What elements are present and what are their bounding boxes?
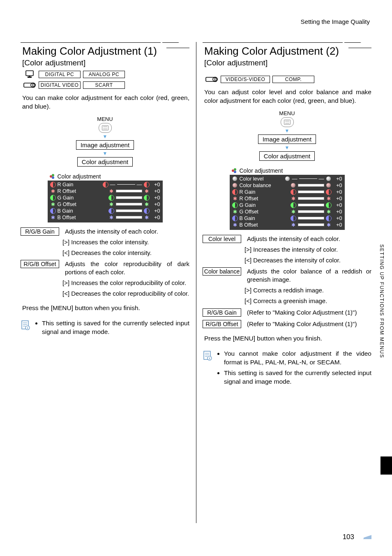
description-text: (Refer to "Making Color Adjustment (1)") — [247, 320, 371, 328]
note-icon: i — [203, 350, 213, 363]
note-item: This setting is saved for the currently … — [224, 369, 371, 386]
svg-point-16 — [232, 169, 234, 172]
description-sub: [<] Decreases the color reproducibility … — [62, 290, 189, 298]
osd-row: G Gain+0 — [50, 195, 160, 201]
osd-row: R Gain+0 — [232, 189, 342, 195]
description-text: Adjusts the color reproducibility of dar… — [65, 260, 189, 276]
osd-row: ✱R Offset✱✱+0 — [50, 188, 160, 195]
osd-screenshot-left: Color adjustment R Gain——+0✱R Offset✱✱+0… — [48, 173, 163, 222]
input-source-tags: DIGITAL PC ANALOG PC DIGITAL VIDEO SCART — [21, 70, 189, 90]
description-label: R/G/B Offset — [21, 260, 59, 268]
svg-point-17 — [234, 168, 236, 171]
description-row: R/G/B GainAdjusts the intensity of each … — [21, 227, 189, 236]
description-sub: [>] Corrects a reddish image. — [244, 286, 371, 294]
menu-label: MENU — [97, 116, 113, 122]
menu-label: MENU — [279, 110, 295, 116]
description-text: Adjusts the intensity of each color. — [65, 227, 189, 236]
page-header: Setting the Image Quality — [21, 18, 371, 25]
section-title: Making Color Adjustment (2) — [203, 45, 339, 58]
page-decor-icon — [357, 535, 371, 539]
palette-icon — [49, 174, 55, 179]
description-text: Adjusts the intensity of each color. — [247, 235, 371, 243]
description-label: Color balance — [203, 267, 241, 276]
arrow-down-icon: ▼ — [103, 134, 108, 139]
input-source-tags: VIDEO/S-VIDEO COMP. — [203, 75, 371, 84]
description-row: Color levelAdjusts the intensity of each… — [203, 235, 371, 243]
osd-title-text: Color adjustment — [58, 173, 101, 180]
side-tab-label: SETTING UP FUNCTIONS FROM MENUS — [379, 244, 385, 358]
svg-rect-1 — [28, 76, 32, 78]
thumb-tab — [380, 456, 392, 475]
osd-row: Color balance+0 — [232, 182, 342, 189]
description-row: R/G/B Gain(Refer to "Making Color Adjust… — [203, 308, 371, 317]
palette-icon — [231, 168, 237, 174]
video-icon — [23, 81, 36, 90]
tag-digital-video: DIGITAL VIDEO — [39, 81, 81, 89]
osd-row: ✱G Offset✱✱+0 — [232, 208, 342, 215]
pc-icon — [23, 70, 36, 79]
svg-rect-0 — [26, 71, 33, 76]
menu-button-icon — [99, 123, 112, 133]
section-subtitle: [Color adjustment] — [203, 58, 371, 67]
description-sub: [<] Decreases the intensity of color. — [244, 256, 371, 264]
description-sub: [<] Corrects a greenish image. — [244, 297, 371, 305]
osd-row: B Gain+0 — [50, 208, 160, 214]
menu-nav-path: MENU ▼ Image adjustment ▼ Color adjustme… — [21, 116, 189, 167]
description-text: Adjusts the color balance of a reddish o… — [247, 267, 371, 284]
intro-text: You can adjust color level and color bal… — [203, 88, 371, 105]
tag-digital-pc: DIGITAL PC — [39, 71, 81, 78]
description-sub: [>] Increases the color intensity. — [62, 238, 189, 246]
footer-instruction: Press the [MENU] button when you finish. — [203, 335, 371, 342]
svg-point-18 — [234, 171, 236, 173]
osd-row: ✱B Offset✱✱+0 — [50, 214, 160, 221]
description-sub: [>] Increases the intensity of color. — [244, 246, 371, 254]
tag-analog-pc: ANALOG PC — [83, 71, 125, 78]
section-color-adjustment-2: Making Color Adjustment (2) [Color adjus… — [203, 37, 371, 389]
osd-row: R Gain——+0 — [50, 181, 160, 188]
note-item: You cannot make color adjustment if the … — [224, 350, 371, 367]
tag-scart: SCART — [83, 81, 125, 89]
description-row: R/G/B OffsetAdjusts the color reproducib… — [21, 260, 189, 276]
description-label: R/G/B Offset — [203, 320, 241, 328]
osd-screenshot-right: Color adjustment Color level——+0Color ba… — [230, 167, 345, 230]
nav-image-adjustment: Image adjustment — [258, 134, 316, 144]
description-label: R/G/B Gain — [21, 227, 59, 236]
osd-row: Color level——+0 — [232, 176, 342, 182]
page-number: 103 — [343, 533, 371, 541]
arrow-down-icon: ▼ — [285, 128, 290, 134]
description-sub: [>] Increases the color reproducibility … — [62, 279, 189, 287]
osd-row: ✱G Offset✱✱+0 — [50, 201, 160, 208]
note-block: i You cannot make color adjustment if th… — [203, 350, 371, 389]
description-text: (Refer to "Making Color Adjustment (1)") — [247, 308, 371, 317]
footer-instruction: Press the [MENU] button when you finish. — [21, 304, 189, 312]
osd-row: B Gain+0 — [232, 215, 342, 222]
intro-text: You can make color adjustment for each c… — [21, 94, 189, 111]
section-color-adjustment-1: Making Color Adjustment (1) [Color adjus… — [21, 37, 189, 389]
menu-nav-path: MENU ▼ Image adjustment ▼ Color adjustme… — [203, 110, 371, 161]
tag-video-svideo: VIDEO/S-VIDEO — [221, 76, 270, 83]
description-label: R/G/B Gain — [203, 308, 241, 317]
arrow-down-icon: ▼ — [285, 145, 290, 151]
note-item: This setting is saved for the currently … — [42, 319, 189, 336]
osd-row: ✱R Offset✱✱+0 — [232, 195, 342, 202]
svg-point-7 — [52, 176, 54, 179]
note-block: i This setting is saved for the currentl… — [21, 319, 189, 339]
osd-title-text: Color adjustment — [240, 167, 283, 174]
svg-point-6 — [52, 174, 54, 176]
menu-button-icon — [281, 117, 294, 127]
description-label: Color level — [203, 235, 241, 243]
osd-row: G Gain+0 — [232, 202, 342, 208]
tag-comp: COMP. — [272, 76, 314, 83]
svg-point-5 — [50, 175, 52, 178]
video-icon — [205, 75, 218, 84]
arrow-down-icon: ▼ — [103, 151, 108, 156]
nav-image-adjustment: Image adjustment — [76, 140, 134, 150]
osd-row: ✱B Offset✱✱+0 — [232, 222, 342, 228]
note-icon: i — [21, 319, 31, 332]
nav-color-adjustment: Color adjustment — [259, 151, 315, 161]
description-row: Color balanceAdjusts the color balance o… — [203, 267, 371, 284]
nav-color-adjustment: Color adjustment — [77, 157, 133, 167]
section-title: Making Color Adjustment (1) — [21, 45, 157, 58]
section-subtitle: [Color adjustment] — [21, 58, 189, 67]
description-sub: [<] Decreases the color intensity. — [62, 249, 189, 257]
